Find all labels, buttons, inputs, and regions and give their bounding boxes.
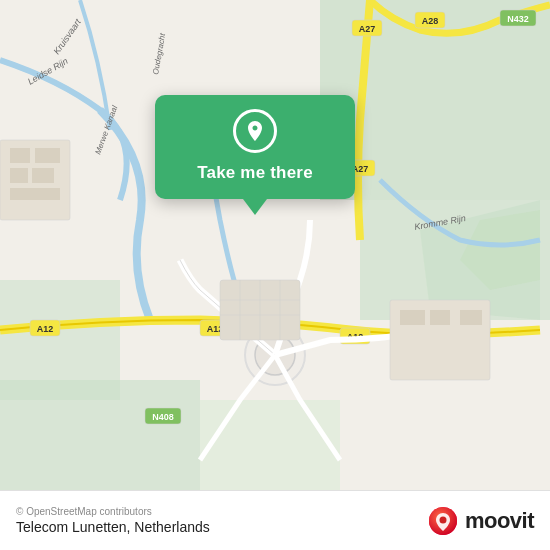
- svg-rect-48: [430, 310, 450, 325]
- location-name: Telecom Lunetten, Netherlands: [16, 519, 210, 535]
- svg-text:A27: A27: [359, 24, 376, 34]
- svg-rect-4: [0, 380, 200, 490]
- svg-rect-43: [10, 168, 28, 183]
- svg-rect-41: [10, 148, 30, 163]
- bottom-bar: © OpenStreetMap contributors Telecom Lun…: [0, 490, 550, 550]
- svg-rect-42: [35, 148, 60, 163]
- svg-rect-5: [200, 400, 340, 490]
- svg-point-52: [439, 516, 446, 523]
- map-callout[interactable]: Take me there: [155, 95, 355, 199]
- svg-rect-44: [32, 168, 54, 183]
- moovit-logo: moovit: [427, 505, 534, 537]
- copyright-text: © OpenStreetMap contributors: [16, 506, 210, 517]
- svg-rect-47: [400, 310, 425, 325]
- svg-text:A28: A28: [422, 16, 439, 26]
- svg-text:N432: N432: [507, 14, 529, 24]
- svg-rect-45: [10, 188, 60, 200]
- svg-rect-49: [460, 310, 482, 325]
- callout-label: Take me there: [197, 163, 313, 183]
- location-pin: [233, 109, 277, 153]
- moovit-text: moovit: [465, 508, 534, 534]
- location-info: © OpenStreetMap contributors Telecom Lun…: [16, 506, 210, 535]
- map-container: A12 A12 A12 A12 A27 A27 A28 N408 N432: [0, 0, 550, 490]
- moovit-icon: [427, 505, 459, 537]
- svg-text:N408: N408: [152, 412, 174, 422]
- svg-text:A12: A12: [37, 324, 54, 334]
